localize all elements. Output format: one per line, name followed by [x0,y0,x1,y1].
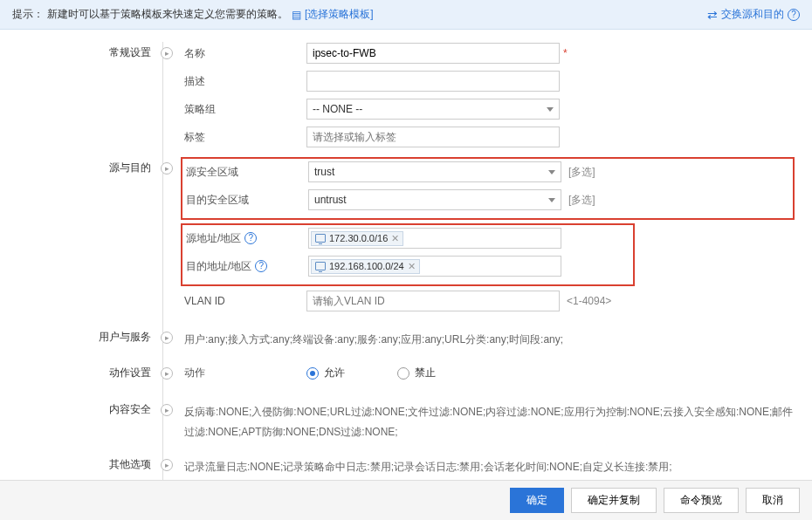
policygroup-label: 策略组 [184,102,306,117]
help-icon[interactable]: ? [255,260,267,272]
chevron-down-icon[interactable]: ▸ [161,47,173,59]
chevron-right-icon[interactable]: ▸ [161,332,173,344]
section-content: 内容安全 ▸ [17,399,162,417]
dstzone-label: 目的安全区域 [186,193,308,208]
swap-icon[interactable]: ⇄ [707,8,718,22]
monitor-icon [315,234,326,243]
dstaddr-tag[interactable]: 192.168.100.0/24 ✕ [311,259,420,274]
name-label: 名称 [184,46,306,61]
swap-link[interactable]: 交换源和目的 [721,7,784,22]
desc-label: 描述 [184,74,306,89]
usersvc-summary: 用户:any;接入方式:any;终端设备:any;服务:any;应用:any;U… [184,326,795,353]
vlan-label: VLAN ID [184,295,306,307]
name-input[interactable] [306,43,560,64]
dstzone-select[interactable]: untrust [308,189,561,210]
action-label: 动作 [184,366,306,380]
doc-icon: ▤ [292,9,301,21]
ok-button[interactable]: 确定 [510,488,564,513]
chevron-right-icon[interactable]: ▸ [161,367,173,380]
section-general: 常规设置 ▸ [17,42,162,60]
section-other: 其他选项 ▸ [17,454,162,472]
radio-icon [306,367,319,380]
timeline [162,42,163,484]
srcaddr-label: 源地址/地区? [186,231,308,246]
cancel-button[interactable]: 取消 [746,488,800,513]
section-usersvc: 用户与服务 ▸ [17,326,162,345]
policygroup-select[interactable]: -- NONE -- [306,99,560,120]
radio-icon [397,367,409,380]
vlan-hint: <1-4094> [567,295,611,307]
chevron-right-icon[interactable]: ▸ [161,404,173,416]
zone-highlight: 源安全区域 trust [多选] 目的安全区域 untrust [多选] [181,157,795,220]
footer: 确定 确定并复制 命令预览 取消 [0,480,812,520]
close-icon[interactable]: ✕ [408,261,416,272]
preview-button[interactable]: 命令预览 [664,488,739,513]
srczone-label: 源安全区域 [186,165,308,180]
section-action: 动作设置 ▸ [17,362,162,380]
vlan-input[interactable] [306,291,560,311]
srcaddr-tag[interactable]: 172.30.0.0/16 ✕ [311,231,403,246]
tip-prefix: 提示： [12,7,44,22]
tip-bar: 提示： 新建时可以基于策略模板来快速定义您需要的策略。 ▤ [选择策略模板] ⇄… [0,0,812,30]
tag-input[interactable] [306,127,560,147]
tag-label: 标签 [184,130,306,145]
chevron-down-icon[interactable]: ▸ [161,162,173,174]
monitor-icon [315,262,326,270]
content-summary: 反病毒:NONE;入侵防御:NONE;URL过滤:NONE;文件过滤:NONE;… [184,399,795,446]
dstaddr-label: 目的地址/地区? [186,259,308,274]
other-summary: 记录流量日志:NONE;记录策略命中日志:禁用;记录会话日志:禁用;会话老化时间… [184,454,795,481]
desc-input[interactable] [306,71,560,92]
radio-allow[interactable]: 允许 [306,366,345,380]
radio-deny[interactable]: 禁止 [397,366,436,380]
close-icon[interactable]: ✕ [391,233,399,244]
srczone-multi[interactable]: [多选] [568,165,595,180]
addr-highlight: 源地址/地区? 172.30.0.0/16 ✕ [181,223,635,286]
srczone-select[interactable]: trust [308,161,561,182]
ok-copy-button[interactable]: 确定并复制 [571,488,657,513]
tip-text: 新建时可以基于策略模板来快速定义您需要的策略。 [47,7,288,22]
required-star: * [563,47,568,59]
help-icon[interactable]: ? [244,232,257,244]
help-icon[interactable]: ? [788,9,800,21]
dstaddr-input[interactable]: 192.168.100.0/24 ✕ [308,256,561,277]
srcaddr-input[interactable]: 172.30.0.0/16 ✕ [308,228,561,249]
section-srcdst: 源与目的 ▸ [17,157,162,175]
select-template-link[interactable]: [选择策略模板] [305,7,374,22]
dstzone-multi[interactable]: [多选] [568,193,595,208]
